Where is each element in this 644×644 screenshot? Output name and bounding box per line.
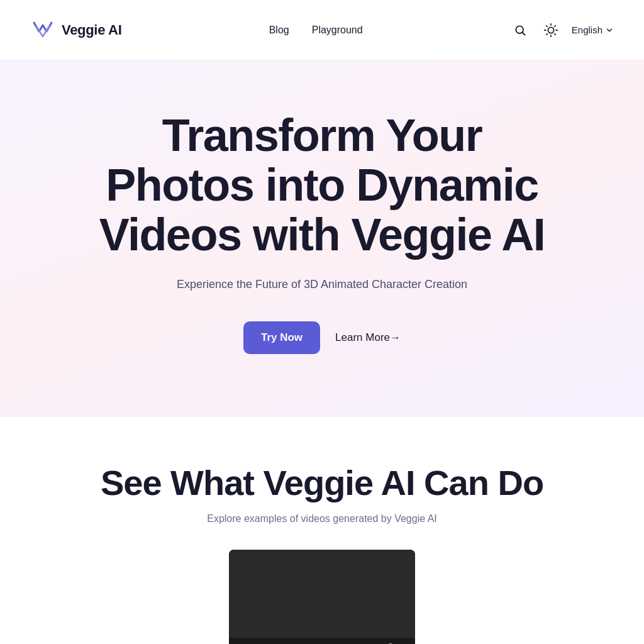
svg-line-10: [555, 25, 555, 26]
playground-link[interactable]: Playground: [312, 25, 363, 36]
video-controls: ▶ 0:00: [229, 638, 415, 644]
svg-line-1: [523, 32, 525, 35]
sun-icon: [544, 23, 558, 37]
hero-subtitle: Experience the Future of 3D Animated Cha…: [177, 278, 467, 291]
svg-line-5: [547, 25, 547, 26]
navbar: Veggie AI Blog Playground: [0, 0, 644, 60]
hero-section: Transform Your Photos into Dynamic Video…: [0, 60, 644, 417]
veggie-ai-logo-icon: [30, 18, 55, 43]
search-icon: [514, 24, 526, 36]
navbar-actions: English: [510, 19, 614, 41]
video-container: ▶ 0:00: [30, 550, 614, 644]
search-button[interactable]: [510, 20, 530, 40]
svg-line-6: [555, 33, 555, 34]
video-screen: [229, 550, 415, 638]
language-selector[interactable]: English: [572, 25, 614, 35]
svg-point-2: [548, 27, 553, 33]
learn-more-button[interactable]: Learn More→: [335, 331, 401, 344]
theme-toggle-button[interactable]: [540, 19, 562, 41]
language-label: English: [572, 25, 602, 35]
see-what-subtitle: Explore examples of videos generated by …: [30, 513, 614, 525]
logo-link[interactable]: Veggie AI: [30, 18, 122, 43]
chevron-down-icon: [605, 26, 614, 35]
hero-title: Transform Your Photos into Dynamic Video…: [83, 111, 561, 260]
see-what-section: See What Veggie AI Can Do Explore exampl…: [0, 417, 644, 644]
video-player: ▶ 0:00: [229, 550, 415, 644]
hero-actions: Try Now Learn More→: [243, 321, 401, 354]
svg-line-9: [547, 33, 547, 34]
try-now-button[interactable]: Try Now: [243, 321, 320, 354]
see-what-title: See What Veggie AI Can Do: [30, 462, 614, 503]
nav-links: Blog Playground: [269, 25, 363, 36]
brand-name: Veggie AI: [62, 22, 122, 38]
blog-link[interactable]: Blog: [269, 25, 289, 36]
